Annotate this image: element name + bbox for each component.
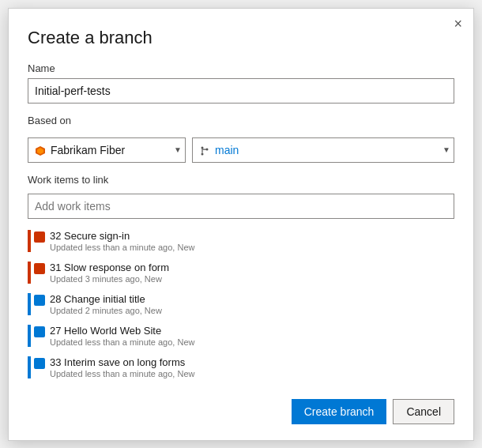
work-item-accent [28, 325, 31, 347]
svg-point-3 [201, 152, 204, 155]
dialog-title: Create a branch [28, 28, 454, 48]
fabrikam-icon [35, 145, 46, 156]
work-item-title: 31 Slow response on form [50, 262, 169, 273]
branch-name: main [215, 144, 439, 156]
work-item-meta: Updated 3 minutes ago, New [50, 274, 169, 284]
work-item-meta: Updated less than a minute ago, New [50, 243, 194, 252]
branch-chevron-icon: ▼ [442, 145, 450, 154]
bug-icon [34, 232, 45, 243]
based-on-label: Based on [28, 115, 454, 126]
work-item-accent [28, 262, 31, 284]
branch-icon [199, 145, 210, 156]
repository-name: Fabrikam Fiber [51, 144, 171, 156]
list-item: 27 Hello World Web Site Updated less tha… [28, 320, 454, 352]
close-button[interactable]: × [454, 17, 462, 31]
branch-name-input[interactable] [28, 78, 454, 104]
work-item-title: 32 Secure sign-in [50, 230, 194, 242]
dialog-footer: Create branch Cancel [28, 399, 454, 424]
work-item-meta: Updated 2 minutes ago, New [50, 306, 162, 315]
branch-dropdown[interactable]: main ▼ [192, 137, 454, 163]
create-branch-button[interactable]: Create branch [292, 399, 387, 424]
list-item: 32 Secure sign-in Updated less than a mi… [28, 225, 454, 257]
story-icon [34, 295, 45, 306]
work-items-list: 32 Secure sign-in Updated less than a mi… [28, 225, 454, 383]
work-item-meta: Updated less than a minute ago, New [50, 337, 194, 347]
work-item-title: 33 Interim save on long forms [50, 356, 194, 368]
list-item: 33 Interim save on long forms Updated le… [28, 352, 454, 383]
svg-point-2 [201, 146, 204, 149]
work-item-meta: Updated less than a minute ago, New [50, 369, 194, 378]
create-branch-dialog: × Create a branch Name Based on Fabrikam… [8, 8, 474, 441]
work-item-accent [28, 293, 31, 315]
repository-dropdown[interactable]: Fabrikam Fiber ▼ [28, 137, 186, 163]
work-items-input[interactable] [28, 194, 454, 219]
name-label: Name [28, 62, 454, 74]
work-item-accent [28, 356, 31, 378]
list-item: 31 Slow response on form Updated 3 minut… [28, 257, 454, 288]
story-icon [34, 358, 45, 369]
work-items-label: Work items to link [28, 174, 454, 186]
work-item-accent [28, 230, 31, 252]
story-icon [34, 326, 45, 337]
work-item-title: 28 Change initial title [50, 293, 162, 305]
repository-chevron-icon: ▼ [174, 145, 182, 154]
list-item: 28 Change initial title Updated 2 minute… [28, 288, 454, 320]
cancel-button[interactable]: Cancel [393, 399, 454, 424]
work-item-title: 27 Hello World Web Site [50, 325, 194, 337]
bug-icon [34, 263, 45, 274]
